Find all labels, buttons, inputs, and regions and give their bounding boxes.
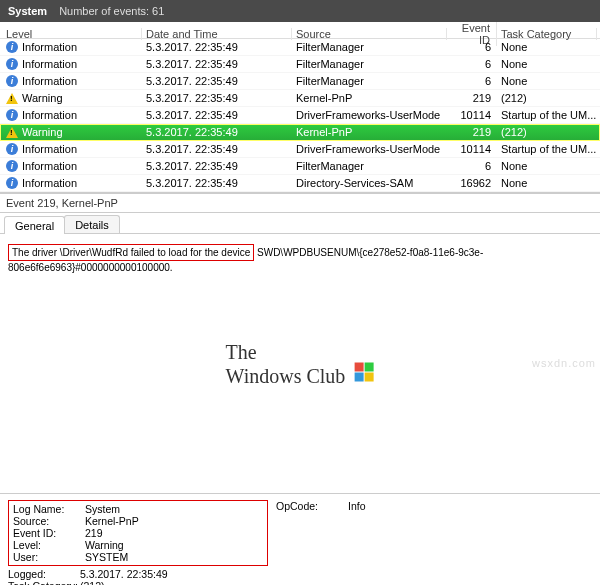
cell-eventid: 6 <box>447 58 497 70</box>
cell-task: None <box>497 160 597 172</box>
property-value: Kernel-PnP <box>85 515 263 527</box>
info-icon <box>6 41 18 53</box>
cell-date: 5.3.2017. 22:35:49 <box>142 41 292 53</box>
property-key: Source: <box>13 515 85 527</box>
table-row[interactable]: Warning5.3.2017. 22:35:49Kernel-PnP219(2… <box>0 124 600 141</box>
titlebar: System Number of events: 61 <box>0 0 600 22</box>
property-row: Task Category:(212) <box>8 580 268 585</box>
tab-general[interactable]: General <box>4 216 65 234</box>
cell-task: (212) <box>497 92 597 104</box>
warning-icon <box>6 127 18 138</box>
event-grid[interactable]: Level Date and Time Source Event ID Task… <box>0 22 600 193</box>
cell-eventid: 6 <box>447 41 497 53</box>
detail-tabs: General Details <box>0 213 600 234</box>
cell-level: Information <box>22 160 77 172</box>
cell-level: Information <box>22 143 77 155</box>
detail-content: The driver \Driver\WudfRd failed to load… <box>0 234 600 494</box>
property-key: OpCode: <box>276 500 348 566</box>
property-value: Info <box>348 500 536 566</box>
cell-source: Kernel-PnP <box>292 92 447 104</box>
properties-left-highlight: Log Name:SystemSource:Kernel-PnPEvent ID… <box>8 500 268 566</box>
table-row[interactable]: Information5.3.2017. 22:35:49FilterManag… <box>0 39 600 56</box>
property-value: System <box>85 503 263 515</box>
property-row: Level:Warning <box>13 539 263 551</box>
cell-task: None <box>497 58 597 70</box>
windows-flag-icon <box>354 362 374 382</box>
table-row[interactable]: Information5.3.2017. 22:35:49FilterManag… <box>0 73 600 90</box>
error-message-highlight: The driver \Driver\WudfRd failed to load… <box>8 244 254 261</box>
titlebar-app: System <box>8 5 47 17</box>
info-icon <box>6 177 18 189</box>
cell-date: 5.3.2017. 22:35:49 <box>142 143 292 155</box>
property-row: OpCode:Info <box>276 500 536 566</box>
property-key: Level: <box>13 539 85 551</box>
cell-source: Kernel-PnP <box>292 126 447 138</box>
cell-source: Directory-Services-SAM <box>292 177 447 189</box>
table-row[interactable]: Information5.3.2017. 22:35:49Directory-S… <box>0 175 600 192</box>
info-icon <box>6 160 18 172</box>
property-row: Logged:5.3.2017. 22:35:49 <box>8 568 268 580</box>
table-row[interactable]: Information5.3.2017. 22:35:49FilterManag… <box>0 56 600 73</box>
cell-level: Information <box>22 58 77 70</box>
cell-task: None <box>497 41 597 53</box>
event-properties: Log Name:SystemSource:Kernel-PnPEvent ID… <box>0 494 600 585</box>
cell-eventid: 10114 <box>447 109 497 121</box>
cell-eventid: 219 <box>447 126 497 138</box>
cell-level: Warning <box>22 92 63 104</box>
cell-task: Startup of the UM... <box>497 143 597 155</box>
cell-eventid: 10114 <box>447 143 497 155</box>
cell-source: FilterManager <box>292 41 447 53</box>
cell-date: 5.3.2017. 22:35:49 <box>142 177 292 189</box>
col-task[interactable]: Task Category <box>497 28 597 40</box>
cell-date: 5.3.2017. 22:35:49 <box>142 92 292 104</box>
cell-date: 5.3.2017. 22:35:49 <box>142 58 292 70</box>
cell-date: 5.3.2017. 22:35:49 <box>142 75 292 87</box>
properties-right: Logged:5.3.2017. 22:35:49Task Category:(… <box>8 568 268 585</box>
brand-watermark: The Windows Club <box>226 341 375 386</box>
property-key: Logged: <box>8 568 80 580</box>
property-key: Task Category: <box>8 580 80 585</box>
col-date[interactable]: Date and Time <box>142 28 292 40</box>
cell-task: (212) <box>497 126 597 138</box>
table-row[interactable]: Information5.3.2017. 22:35:49DriverFrame… <box>0 107 600 124</box>
cell-date: 5.3.2017. 22:35:49 <box>142 126 292 138</box>
table-row[interactable]: Warning5.3.2017. 22:35:49Kernel-PnP219(2… <box>0 90 600 107</box>
property-value: (212) <box>80 580 268 585</box>
warning-icon <box>6 93 18 104</box>
tab-details[interactable]: Details <box>64 215 120 233</box>
property-row: Log Name:System <box>13 503 263 515</box>
cell-task: None <box>497 177 597 189</box>
cell-level: Information <box>22 109 77 121</box>
property-value: 5.3.2017. 22:35:49 <box>80 568 268 580</box>
table-row[interactable]: Information5.3.2017. 22:35:49FilterManag… <box>0 158 600 175</box>
table-row[interactable]: Information5.3.2017. 22:35:49DriverFrame… <box>0 141 600 158</box>
col-source[interactable]: Source <box>292 28 447 40</box>
property-row: User:SYSTEM <box>13 551 263 563</box>
site-watermark: wsxdn.com <box>532 357 596 369</box>
cell-level: Information <box>22 75 77 87</box>
cell-level: Warning <box>22 126 63 138</box>
cell-source: DriverFrameworks-UserMode <box>292 143 447 155</box>
cell-source: FilterManager <box>292 58 447 70</box>
property-value: 219 <box>85 527 263 539</box>
detail-title: Event 219, Kernel-PnP <box>0 193 600 213</box>
cell-eventid: 219 <box>447 92 497 104</box>
cell-eventid: 16962 <box>447 177 497 189</box>
property-key: Event ID: <box>13 527 85 539</box>
cell-date: 5.3.2017. 22:35:49 <box>142 160 292 172</box>
grid-header[interactable]: Level Date and Time Source Event ID Task… <box>0 22 600 39</box>
info-icon <box>6 109 18 121</box>
cell-date: 5.3.2017. 22:35:49 <box>142 109 292 121</box>
info-icon <box>6 143 18 155</box>
cell-level: Information <box>22 41 77 53</box>
property-row: Source:Kernel-PnP <box>13 515 263 527</box>
titlebar-event-count: Number of events: 61 <box>59 5 164 17</box>
cell-task: Startup of the UM... <box>497 109 597 121</box>
property-key: User: <box>13 551 85 563</box>
property-value: Warning <box>85 539 263 551</box>
cell-task: None <box>497 75 597 87</box>
info-icon <box>6 75 18 87</box>
cell-source: FilterManager <box>292 160 447 172</box>
col-level[interactable]: Level <box>2 28 142 40</box>
cell-source: DriverFrameworks-UserMode <box>292 109 447 121</box>
